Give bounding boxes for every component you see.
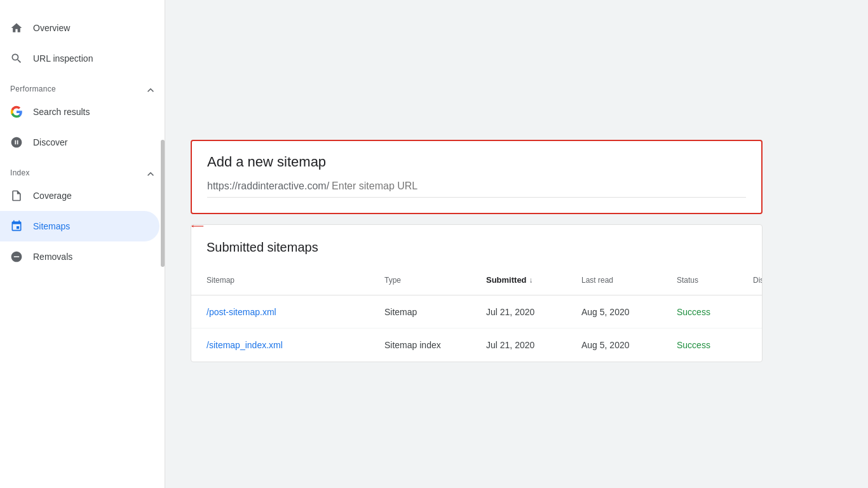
svg-rect-1 xyxy=(193,226,203,226)
col-sitemap: Sitemap xyxy=(207,276,384,285)
sitemap-status-1: Success xyxy=(677,307,753,317)
performance-chevron-icon[interactable] xyxy=(144,84,154,94)
sidebar-search-results-label: Search results xyxy=(33,107,90,117)
google-icon xyxy=(10,105,23,118)
home-icon xyxy=(10,22,23,34)
index-section: Index xyxy=(0,163,165,180)
sidebar-item-coverage[interactable]: Coverage xyxy=(0,180,159,211)
sitemaps-icon xyxy=(10,220,23,233)
sitemap-last-read-1: Aug 5, 2020 xyxy=(581,307,677,317)
col-submitted[interactable]: Submitted ↓ xyxy=(486,275,581,285)
sidebar-item-removals[interactable]: Removals xyxy=(0,241,159,272)
add-sitemap-card: Add a new sitemap https://raddinteractiv… xyxy=(191,140,763,214)
removals-icon xyxy=(10,250,23,263)
svg-marker-0 xyxy=(191,225,193,227)
sitemap-submitted-2: Jul 21, 2020 xyxy=(486,340,581,350)
sidebar-sitemaps-label: Sitemaps xyxy=(33,221,70,231)
sidebar-url-inspection-label: URL inspection xyxy=(33,53,93,64)
sidebar-item-url-inspection[interactable]: URL inspection xyxy=(0,43,159,74)
sitemap-base-url: https://raddinteractive.com/ xyxy=(207,180,329,192)
table-header: Sitemap Type Submitted ↓ Last read Statu… xyxy=(191,265,762,295)
submitted-sitemaps-card: Submitted sitemaps Sitemap Type Submitte… xyxy=(191,224,763,362)
sitemap-input-row: https://raddinteractive.com/ xyxy=(207,180,746,198)
performance-section: Performance xyxy=(0,79,165,97)
sidebar-overview-label: Overview xyxy=(33,23,70,33)
main-content: Add a new sitemap https://raddinteractiv… xyxy=(165,0,868,488)
col-last-read: Last read xyxy=(581,276,677,285)
index-label: Index xyxy=(10,168,30,177)
add-sitemap-title: Add a new sitemap xyxy=(207,154,746,170)
sitemap-url-input[interactable] xyxy=(329,180,746,192)
coverage-icon xyxy=(10,189,23,202)
sidebar-item-overview[interactable]: Overview xyxy=(0,13,159,43)
col-status: Status xyxy=(677,276,753,285)
discover-icon xyxy=(10,136,23,149)
sidebar-scrollbar[interactable] xyxy=(161,140,165,267)
col-type: Type xyxy=(384,276,486,285)
sitemap-last-read-2: Aug 5, 2020 xyxy=(581,340,677,350)
sort-icon: ↓ xyxy=(529,276,533,285)
sitemap-path-2[interactable]: /sitemap_index.xml xyxy=(207,340,384,350)
search-icon xyxy=(10,52,23,65)
sitemap-type-1: Sitemap xyxy=(384,307,486,317)
table-row: /sitemap_index.xml Sitemap index Jul 21,… xyxy=(191,329,762,362)
table-row: /post-sitemap.xml Sitemap Jul 21, 2020 A… xyxy=(191,295,762,329)
sitemaps-arrow-annotation xyxy=(191,220,204,233)
sidebar-item-sitemaps[interactable]: Sitemaps xyxy=(0,211,159,241)
col-discover: Discov xyxy=(753,276,763,285)
sidebar-item-search-results[interactable]: Search results xyxy=(0,97,159,127)
index-chevron-icon[interactable] xyxy=(144,168,154,178)
sidebar-discover-label: Discover xyxy=(33,137,67,147)
top-space xyxy=(165,0,868,140)
sidebar: Overview URL inspection Performance xyxy=(0,0,165,488)
sidebar-removals-label: Removals xyxy=(33,252,72,262)
sitemap-status-2: Success xyxy=(677,340,753,350)
submitted-sitemaps-title: Submitted sitemaps xyxy=(191,225,762,265)
sitemap-type-2: Sitemap index xyxy=(384,340,486,350)
performance-label: Performance xyxy=(10,85,56,93)
sidebar-coverage-label: Coverage xyxy=(33,191,72,201)
sitemap-path-1[interactable]: /post-sitemap.xml xyxy=(207,307,384,317)
content-area: Add a new sitemap https://raddinteractiv… xyxy=(165,140,868,388)
sidebar-item-discover[interactable]: Discover xyxy=(0,127,159,158)
sitemap-submitted-1: Jul 21, 2020 xyxy=(486,307,581,317)
